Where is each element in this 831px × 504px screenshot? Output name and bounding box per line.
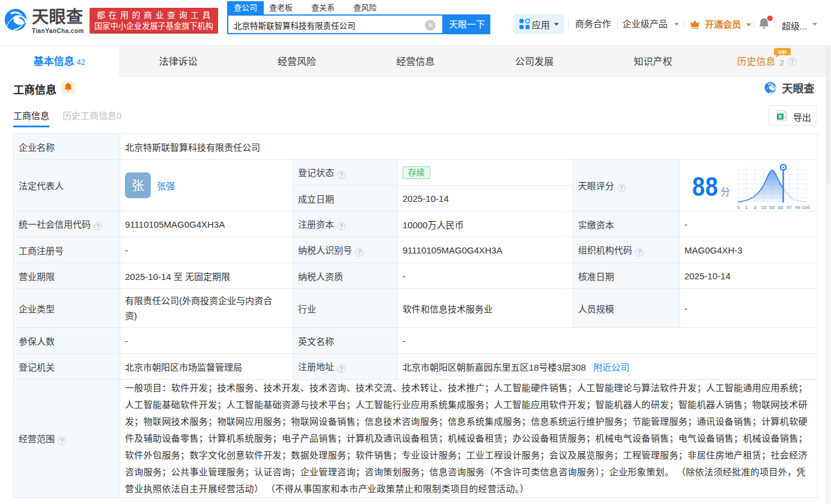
svg-text:0: 0 <box>737 205 740 210</box>
svg-text:15: 15 <box>761 205 766 210</box>
svg-text:100: 100 <box>802 205 810 210</box>
svg-text:VIP: VIP <box>778 49 787 55</box>
svg-text:50: 50 <box>769 205 775 210</box>
svg-text:99: 99 <box>795 205 800 210</box>
svg-text:85: 85 <box>778 205 784 210</box>
svg-text:1: 1 <box>745 205 748 210</box>
svg-text:3: 3 <box>753 205 756 210</box>
svg-text:97: 97 <box>787 205 792 210</box>
